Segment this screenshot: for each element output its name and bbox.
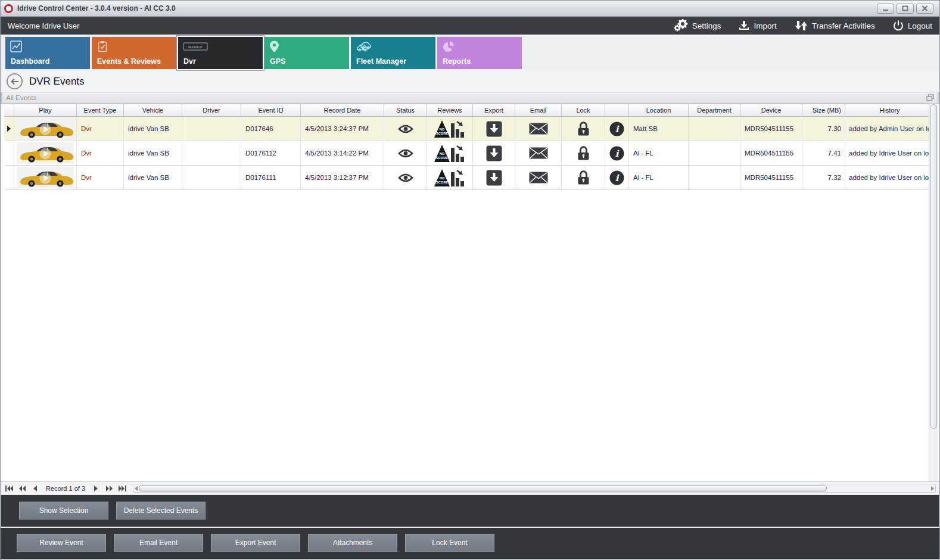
attachments-button[interactable]: Attachments	[308, 534, 397, 552]
delete-selected-events-button[interactable]: Delete Selected Events	[116, 502, 206, 519]
column-header-reviews[interactable]: Reviews	[427, 104, 473, 116]
first-record-button[interactable]	[4, 484, 14, 493]
column-header-event-type[interactable]: Event Type	[77, 104, 124, 116]
export-cell[interactable]	[473, 117, 515, 141]
transfer-activities-button[interactable]: Transfer Activities	[795, 20, 875, 31]
horizontal-scrollbar[interactable]	[133, 484, 936, 493]
info-cell[interactable]: i	[605, 117, 629, 141]
no-score-triangle-and-bars-icon: NO SCORE	[434, 144, 465, 163]
column-header-history[interactable]: History	[845, 104, 931, 116]
float-panel-icon[interactable]	[926, 94, 934, 101]
svg-text:SCORE: SCORE	[436, 132, 448, 135]
column-header-record-date[interactable]: Record Date	[301, 104, 384, 116]
top-actions: Settings Import	[656, 19, 932, 32]
column-header-location[interactable]: Location	[629, 104, 689, 116]
email-cell[interactable]	[515, 166, 562, 189]
column-header-vehicle[interactable]: Vehicle	[124, 104, 182, 116]
previous-page-button[interactable]	[17, 484, 27, 493]
lock-cell[interactable]	[562, 141, 605, 165]
column-header-driver[interactable]: Driver	[182, 104, 241, 116]
show-selection-button[interactable]: Show Selection	[19, 502, 108, 519]
next-page-button[interactable]	[104, 484, 114, 493]
tab-events-reviews[interactable]: Events & Reviews	[92, 37, 176, 69]
horizontal-scrollbar-thumb[interactable]	[139, 485, 827, 491]
car-play-thumbnail-icon	[17, 167, 74, 188]
export-cell[interactable]	[473, 166, 515, 189]
info-cell[interactable]: i	[605, 166, 629, 189]
selection-actions-panel: Show Selection Delete Selected Events	[1, 494, 939, 527]
column-header-department[interactable]: Department	[689, 104, 740, 116]
back-button[interactable]	[7, 73, 23, 89]
vehicle: idrive Van SB	[124, 141, 182, 165]
next-record-button[interactable]	[91, 484, 101, 493]
column-header-export[interactable]: Export	[473, 104, 515, 116]
email-event-button[interactable]: Email Event	[114, 534, 203, 552]
driver	[182, 141, 241, 165]
table-row[interactable]: Dvr idrive Van SB D0176111 4/5/2013 3:12…	[4, 166, 931, 190]
tab-dashboard[interactable]: Dashboard	[5, 37, 90, 69]
vehicle: idrive Van SB	[124, 117, 182, 141]
tab-dvr[interactable]: MERGE Dvr	[178, 37, 263, 69]
device: MDR504511155	[740, 117, 802, 141]
envelope-icon	[529, 147, 548, 159]
column-header-status[interactable]: Status	[384, 104, 427, 116]
reviews-cell[interactable]: NO SCORE	[427, 141, 473, 165]
envelope-icon	[529, 123, 548, 135]
driver	[182, 117, 241, 141]
history: added by Idrive User on loca	[845, 141, 931, 165]
email-cell[interactable]	[515, 117, 562, 141]
car-play-thumbnail-icon	[17, 118, 74, 139]
column-header-event-id[interactable]: Event ID	[241, 104, 301, 116]
tab-gps[interactable]: GPS	[264, 37, 349, 69]
tab-label: Dashboard	[11, 57, 49, 66]
scroll-left-arrow-icon[interactable]	[135, 486, 138, 491]
status-cell[interactable]	[384, 166, 427, 189]
column-header-info[interactable]	[605, 104, 629, 116]
eye-icon	[398, 125, 413, 133]
column-header-email[interactable]: Email	[515, 104, 562, 116]
export-cell[interactable]	[473, 141, 515, 165]
column-header-size-mb[interactable]: Size (MB)	[802, 104, 845, 116]
review-event-button[interactable]: Review Event	[17, 534, 106, 552]
export-event-button[interactable]: Export Event	[211, 534, 300, 552]
column-header-play[interactable]: Play	[14, 104, 77, 116]
previous-record-button[interactable]	[30, 484, 40, 493]
column-header-lock[interactable]: Lock	[562, 104, 605, 116]
maximize-button[interactable]	[897, 4, 914, 14]
vertical-scrollbar[interactable]	[929, 104, 938, 481]
table-row[interactable]: Dvr idrive Van SB D017646 4/5/2013 3:24:…	[4, 117, 931, 141]
status-cell[interactable]	[384, 141, 427, 165]
logout-button[interactable]: Logout	[893, 20, 932, 31]
play-cell[interactable]	[14, 141, 77, 165]
vertical-scrollbar-thumb[interactable]	[930, 104, 937, 429]
lock-event-button[interactable]: Lock Event	[405, 534, 494, 552]
info-cell[interactable]: i	[605, 141, 629, 165]
record-date: 4/5/2013 3:24:37 PM	[301, 117, 384, 141]
play-cell[interactable]	[14, 117, 77, 141]
status-cell[interactable]	[384, 117, 427, 141]
size-mb: 7.30	[802, 117, 845, 141]
tab-reports[interactable]: Reports	[437, 37, 522, 69]
play-cell[interactable]	[14, 166, 77, 189]
boxed-down-arrow-icon	[486, 121, 502, 137]
column-header-selector	[4, 104, 14, 116]
settings-button[interactable]: Settings	[674, 19, 721, 32]
import-button[interactable]: Import	[739, 20, 776, 31]
import-label: Import	[754, 21, 776, 30]
table-row[interactable]: Dvr idrive Van SB D0176112 4/5/2013 3:14…	[4, 141, 931, 166]
column-header-device[interactable]: Device	[740, 104, 802, 116]
email-cell[interactable]	[515, 141, 562, 165]
lock-cell[interactable]	[562, 166, 605, 189]
reviews-cell[interactable]: NO SCORE	[427, 166, 473, 189]
lock-cell[interactable]	[562, 117, 605, 141]
reviews-cell[interactable]: NO SCORE	[427, 117, 473, 141]
tab-fleet-manager[interactable]: Fleet Manager	[351, 37, 435, 69]
close-button[interactable]	[916, 4, 933, 14]
minimize-button[interactable]	[877, 4, 894, 14]
scroll-right-arrow-icon[interactable]	[931, 486, 934, 491]
events-grid-region: Play Event Type Vehicle Driver Event ID …	[1, 104, 939, 481]
last-record-button[interactable]	[117, 484, 127, 493]
grid-header-row: Play Event Type Vehicle Driver Event ID …	[4, 104, 931, 117]
events-grid: Play Event Type Vehicle Driver Event ID …	[4, 104, 931, 190]
module-tabs: Dashboard Events & Reviews MERGE Dvr	[1, 35, 939, 71]
